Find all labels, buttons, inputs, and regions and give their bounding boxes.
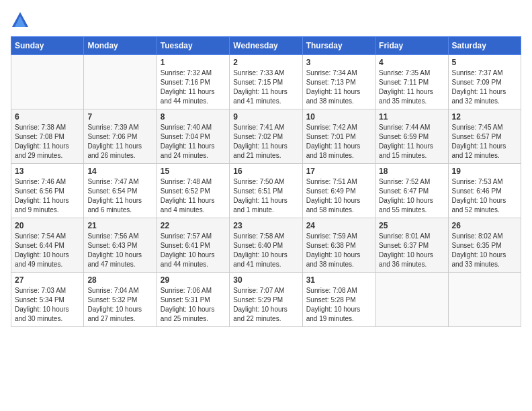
calendar-cell: 19Sunrise: 7:53 AMSunset: 6:46 PMDayligh… (448, 164, 521, 218)
calendar-cell: 3Sunrise: 7:34 AMSunset: 7:13 PMDaylight… (302, 55, 375, 109)
calendar-cell: 20Sunrise: 7:54 AMSunset: 6:44 PMDayligh… (11, 218, 84, 273)
calendar-cell: 25Sunrise: 8:01 AMSunset: 6:37 PMDayligh… (375, 218, 448, 273)
day-number: 11 (379, 112, 444, 122)
column-header-sunday: Sunday (11, 37, 84, 55)
day-number: 22 (161, 221, 226, 230)
calendar-cell: 11Sunrise: 7:44 AMSunset: 6:59 PMDayligh… (375, 109, 448, 164)
page-header (11, 11, 521, 30)
day-info: Sunrise: 7:53 AMSunset: 6:46 PMDaylight:… (452, 177, 517, 215)
calendar: SundayMondayTuesdayWednesdayThursdayFrid… (11, 36, 521, 327)
day-number: 31 (306, 275, 371, 285)
calendar-cell: 10Sunrise: 7:42 AMSunset: 7:01 PMDayligh… (302, 109, 375, 164)
calendar-cell: 13Sunrise: 7:46 AMSunset: 6:56 PMDayligh… (11, 164, 84, 218)
calendar-cell: 16Sunrise: 7:50 AMSunset: 6:51 PMDayligh… (230, 164, 302, 218)
calendar-cell (448, 273, 521, 327)
calendar-header-row: SundayMondayTuesdayWednesdayThursdayFrid… (11, 37, 521, 55)
day-number: 19 (452, 167, 517, 176)
day-info: Sunrise: 7:40 AMSunset: 7:04 PMDaylight:… (161, 123, 226, 161)
day-number: 4 (379, 58, 444, 67)
calendar-cell: 21Sunrise: 7:56 AMSunset: 6:43 PMDayligh… (84, 218, 157, 273)
column-header-tuesday: Tuesday (157, 37, 229, 55)
calendar-week-row: 20Sunrise: 7:54 AMSunset: 6:44 PMDayligh… (11, 218, 521, 273)
day-info: Sunrise: 7:33 AMSunset: 7:15 PMDaylight:… (233, 68, 298, 106)
day-number: 27 (15, 275, 80, 285)
day-info: Sunrise: 7:03 AMSunset: 5:34 PMDaylight:… (15, 286, 80, 324)
calendar-cell: 31Sunrise: 7:08 AMSunset: 5:28 PMDayligh… (302, 273, 375, 327)
day-info: Sunrise: 7:47 AMSunset: 6:54 PMDaylight:… (87, 177, 152, 215)
calendar-cell: 8Sunrise: 7:40 AMSunset: 7:04 PMDaylight… (157, 109, 229, 164)
calendar-cell: 22Sunrise: 7:57 AMSunset: 6:41 PMDayligh… (157, 218, 229, 273)
day-number: 7 (87, 112, 152, 122)
day-number: 14 (87, 167, 152, 176)
calendar-cell: 5Sunrise: 7:37 AMSunset: 7:09 PMDaylight… (448, 55, 521, 109)
calendar-cell: 14Sunrise: 7:47 AMSunset: 6:54 PMDayligh… (84, 164, 157, 218)
day-info: Sunrise: 7:48 AMSunset: 6:52 PMDaylight:… (161, 177, 226, 215)
day-number: 25 (379, 221, 444, 230)
day-number: 2 (233, 58, 298, 67)
calendar-week-row: 6Sunrise: 7:38 AMSunset: 7:08 PMDaylight… (11, 109, 521, 164)
calendar-week-row: 27Sunrise: 7:03 AMSunset: 5:34 PMDayligh… (11, 273, 521, 327)
calendar-cell: 28Sunrise: 7:04 AMSunset: 5:32 PMDayligh… (84, 273, 157, 327)
logo-icon (11, 11, 30, 30)
calendar-cell: 4Sunrise: 7:35 AMSunset: 7:11 PMDaylight… (375, 55, 448, 109)
day-number: 6 (15, 112, 80, 122)
logo (11, 11, 32, 30)
day-info: Sunrise: 7:51 AMSunset: 6:49 PMDaylight:… (306, 177, 371, 215)
calendar-cell: 2Sunrise: 7:33 AMSunset: 7:15 PMDaylight… (230, 55, 302, 109)
calendar-cell: 15Sunrise: 7:48 AMSunset: 6:52 PMDayligh… (157, 164, 229, 218)
day-info: Sunrise: 7:54 AMSunset: 6:44 PMDaylight:… (15, 232, 80, 269)
day-info: Sunrise: 7:58 AMSunset: 6:40 PMDaylight:… (233, 232, 298, 269)
day-info: Sunrise: 7:37 AMSunset: 7:09 PMDaylight:… (452, 68, 517, 106)
column-header-wednesday: Wednesday (230, 37, 302, 55)
day-info: Sunrise: 7:38 AMSunset: 7:08 PMDaylight:… (15, 123, 80, 161)
day-info: Sunrise: 7:08 AMSunset: 5:28 PMDaylight:… (306, 286, 371, 324)
day-info: Sunrise: 7:59 AMSunset: 6:38 PMDaylight:… (306, 232, 371, 269)
day-info: Sunrise: 7:34 AMSunset: 7:13 PMDaylight:… (306, 68, 371, 106)
day-info: Sunrise: 7:04 AMSunset: 5:32 PMDaylight:… (87, 286, 152, 324)
day-number: 29 (161, 275, 226, 285)
day-number: 9 (233, 112, 298, 122)
day-number: 13 (15, 167, 80, 176)
day-info: Sunrise: 7:06 AMSunset: 5:31 PMDaylight:… (161, 286, 226, 324)
day-number: 3 (306, 58, 371, 67)
day-info: Sunrise: 7:46 AMSunset: 6:56 PMDaylight:… (15, 177, 80, 215)
calendar-cell: 27Sunrise: 7:03 AMSunset: 5:34 PMDayligh… (11, 273, 84, 327)
day-number: 23 (233, 221, 298, 230)
column-header-thursday: Thursday (302, 37, 375, 55)
day-number: 20 (15, 221, 80, 230)
day-info: Sunrise: 8:02 AMSunset: 6:35 PMDaylight:… (452, 232, 517, 269)
calendar-cell (11, 55, 84, 109)
day-number: 26 (452, 221, 517, 230)
calendar-cell (375, 273, 448, 327)
column-header-saturday: Saturday (448, 37, 521, 55)
day-number: 21 (87, 221, 152, 230)
calendar-cell: 7Sunrise: 7:39 AMSunset: 7:06 PMDaylight… (84, 109, 157, 164)
calendar-cell: 26Sunrise: 8:02 AMSunset: 6:35 PMDayligh… (448, 218, 521, 273)
day-info: Sunrise: 7:07 AMSunset: 5:29 PMDaylight:… (233, 286, 298, 324)
day-info: Sunrise: 7:52 AMSunset: 6:47 PMDaylight:… (379, 177, 444, 215)
day-number: 5 (452, 58, 517, 67)
calendar-week-row: 13Sunrise: 7:46 AMSunset: 6:56 PMDayligh… (11, 164, 521, 218)
calendar-week-row: 1Sunrise: 7:32 AMSunset: 7:16 PMDaylight… (11, 55, 521, 109)
day-number: 12 (452, 112, 517, 122)
day-number: 28 (87, 275, 152, 285)
column-header-friday: Friday (375, 37, 448, 55)
calendar-cell: 9Sunrise: 7:41 AMSunset: 7:02 PMDaylight… (230, 109, 302, 164)
day-number: 10 (306, 112, 371, 122)
day-info: Sunrise: 7:32 AMSunset: 7:16 PMDaylight:… (161, 68, 226, 106)
day-info: Sunrise: 7:57 AMSunset: 6:41 PMDaylight:… (161, 232, 226, 269)
day-info: Sunrise: 7:41 AMSunset: 7:02 PMDaylight:… (233, 123, 298, 161)
calendar-cell: 29Sunrise: 7:06 AMSunset: 5:31 PMDayligh… (157, 273, 229, 327)
day-info: Sunrise: 7:42 AMSunset: 7:01 PMDaylight:… (306, 123, 371, 161)
day-info: Sunrise: 7:45 AMSunset: 6:57 PMDaylight:… (452, 123, 517, 161)
day-info: Sunrise: 8:01 AMSunset: 6:37 PMDaylight:… (379, 232, 444, 269)
day-info: Sunrise: 7:39 AMSunset: 7:06 PMDaylight:… (87, 123, 152, 161)
day-number: 17 (306, 167, 371, 176)
day-number: 18 (379, 167, 444, 176)
day-number: 1 (161, 58, 226, 67)
day-number: 15 (161, 167, 226, 176)
calendar-cell: 6Sunrise: 7:38 AMSunset: 7:08 PMDaylight… (11, 109, 84, 164)
day-info: Sunrise: 7:50 AMSunset: 6:51 PMDaylight:… (233, 177, 298, 215)
day-info: Sunrise: 7:56 AMSunset: 6:43 PMDaylight:… (87, 232, 152, 269)
calendar-cell: 12Sunrise: 7:45 AMSunset: 6:57 PMDayligh… (448, 109, 521, 164)
